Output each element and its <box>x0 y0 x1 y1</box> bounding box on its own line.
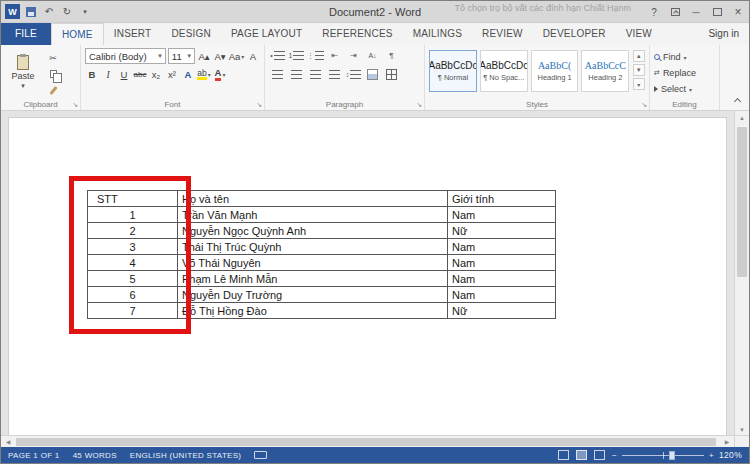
word-count-status[interactable]: 45 WORDS <box>73 451 117 460</box>
styles-dialog-launcher[interactable]: ↘ <box>641 101 647 108</box>
align-right-button[interactable] <box>307 67 324 82</box>
style-normal[interactable]: AaBbCcDc ¶ Normal <box>429 50 477 92</box>
align-left-button[interactable] <box>269 67 286 82</box>
page-count-status[interactable]: PAGE 1 OF 1 <box>8 451 60 460</box>
keyboard-icon[interactable] <box>254 451 267 459</box>
grow-font-button[interactable]: A▴ <box>197 49 211 64</box>
table-cell[interactable]: Đỗ Thị Hồng Đào <box>178 303 448 319</box>
styles-more-button[interactable]: ▾ <box>633 78 645 90</box>
read-mode-button[interactable] <box>558 450 569 460</box>
subscript-button[interactable]: x₂ <box>149 67 163 82</box>
format-painter-button[interactable] <box>45 85 61 97</box>
tab-home[interactable]: HOME <box>51 23 104 45</box>
align-center-button[interactable] <box>288 67 305 82</box>
document-page[interactable]: STT Họ và tên Giới tính 1 Trần Văn Mạnh … <box>8 117 727 437</box>
table-cell[interactable]: Nam <box>448 287 556 303</box>
table-cell[interactable]: Nguyễn Duy Trường <box>178 287 448 303</box>
tab-design[interactable]: DESIGN <box>161 23 221 45</box>
font-size-select[interactable]: 11 ▾ <box>168 48 195 64</box>
superscript-button[interactable]: x² <box>165 67 179 82</box>
table-cell[interactable]: 5 <box>88 271 178 287</box>
table-header-cell[interactable]: Họ và tên <box>178 191 448 207</box>
print-layout-button[interactable] <box>576 450 587 460</box>
table-cell[interactable]: 3 <box>88 239 178 255</box>
table-cell[interactable]: 6 <box>88 287 178 303</box>
show-hide-marks-button[interactable]: ¶ <box>383 48 400 63</box>
table-cell[interactable]: Nguyễn Ngọc Quỳnh Anh <box>178 223 448 239</box>
tab-developer[interactable]: DEVELOPER <box>533 23 616 45</box>
help-button[interactable]: ? <box>648 4 660 20</box>
replace-button[interactable]: ⇄ Replace <box>654 66 715 80</box>
shrink-font-button[interactable]: A▾ <box>213 49 227 64</box>
change-case-button[interactable]: Aa▾ <box>229 49 244 64</box>
qat-customize-button[interactable]: ▾ <box>78 4 92 20</box>
vertical-scroll-thumb[interactable] <box>737 127 747 277</box>
horizontal-scrollbar[interactable]: ◀ ▶ <box>1 435 734 447</box>
strikethrough-button[interactable]: abc <box>133 67 147 82</box>
table-cell[interactable]: Nam <box>448 239 556 255</box>
line-spacing-button[interactable]: ↕ <box>345 67 362 82</box>
table-cell[interactable]: Nam <box>448 271 556 287</box>
minimize-button[interactable]: ─ <box>690 4 702 20</box>
ribbon-display-options-button[interactable] <box>669 4 681 20</box>
vertical-scrollbar[interactable]: ▲ ▼ <box>734 111 749 437</box>
zoom-in-button[interactable]: + <box>709 451 714 460</box>
zoom-slider[interactable] <box>622 450 704 460</box>
sign-in-link[interactable]: Sign in <box>698 23 749 45</box>
tab-review[interactable]: REVIEW <box>472 23 533 45</box>
font-color-button[interactable]: A▾ <box>213 67 227 82</box>
tab-view[interactable]: VIEW <box>616 23 662 45</box>
scroll-left-arrow[interactable]: ◀ <box>1 436 15 447</box>
text-effects-button[interactable]: A <box>181 67 195 82</box>
table-cell[interactable]: 2 <box>88 223 178 239</box>
sort-button[interactable]: A↓ <box>364 48 381 63</box>
zoom-slider-handle[interactable] <box>669 451 675 460</box>
horizontal-scroll-thumb[interactable] <box>16 438 716 446</box>
style-no-spacing[interactable]: AaBbCcDc ¶ No Spac... <box>480 50 528 92</box>
copy-button[interactable] <box>45 68 61 80</box>
font-dialog-launcher[interactable]: ↘ <box>256 101 262 108</box>
table-cell[interactable]: 4 <box>88 255 178 271</box>
bullets-button[interactable]: • <box>269 48 286 63</box>
table-cell[interactable]: 1 <box>88 207 178 223</box>
table-cell[interactable]: Nam <box>448 207 556 223</box>
table-cell[interactable]: Nam <box>448 255 556 271</box>
style-heading-1[interactable]: AaBbC( Heading 1 <box>531 50 579 92</box>
tab-file[interactable]: FILE <box>1 23 51 45</box>
bold-button[interactable]: B <box>85 67 99 82</box>
paste-button[interactable]: Paste ▾ <box>5 48 41 97</box>
tab-insert[interactable]: INSERT <box>104 23 162 45</box>
justify-button[interactable] <box>326 67 343 82</box>
zoom-out-button[interactable]: − <box>612 451 617 460</box>
styles-scroll-up-button[interactable]: ▲ <box>633 50 645 62</box>
underline-button[interactable]: U <box>117 67 131 82</box>
tab-mailings[interactable]: MAILINGS <box>403 23 472 45</box>
shading-button[interactable] <box>364 67 381 82</box>
borders-button[interactable] <box>383 67 400 82</box>
maximize-button[interactable] <box>711 4 723 20</box>
highlight-color-button[interactable]: ab▾ <box>197 67 211 82</box>
style-heading-2[interactable]: AaBbCcC Heading 2 <box>581 50 629 92</box>
table-cell[interactable]: 7 <box>88 303 178 319</box>
scroll-right-arrow[interactable]: ▶ <box>720 436 734 447</box>
language-status[interactable]: ENGLISH (UNITED STATES) <box>130 451 242 460</box>
collapse-ribbon-button[interactable] <box>734 97 741 104</box>
select-button[interactable]: Select ▾ <box>654 82 715 96</box>
find-button[interactable]: Find ▾ <box>654 50 715 64</box>
redo-button[interactable]: ↻ <box>60 4 74 20</box>
increase-indent-button[interactable]: ⇥ <box>345 48 362 63</box>
undo-button[interactable]: ↶ <box>42 4 56 20</box>
close-button[interactable]: × <box>732 4 744 20</box>
tab-references[interactable]: REFERENCES <box>312 23 402 45</box>
italic-button[interactable]: I <box>101 67 115 82</box>
tab-page-layout[interactable]: PAGE LAYOUT <box>221 23 312 45</box>
zoom-percentage[interactable]: 120% <box>719 450 742 460</box>
save-button[interactable] <box>24 4 38 20</box>
table-cell[interactable]: Trần Văn Mạnh <box>178 207 448 223</box>
table-cell[interactable]: Phạm Lê Minh Mẫn <box>178 271 448 287</box>
clear-formatting-button[interactable]: A <box>246 49 260 64</box>
styles-scroll-down-button[interactable]: ▼ <box>633 64 645 76</box>
table-cell[interactable]: Nữ <box>448 303 556 319</box>
decrease-indent-button[interactable]: ⇤ <box>326 48 343 63</box>
multilevel-list-button[interactable]: ⋮ <box>307 48 324 63</box>
